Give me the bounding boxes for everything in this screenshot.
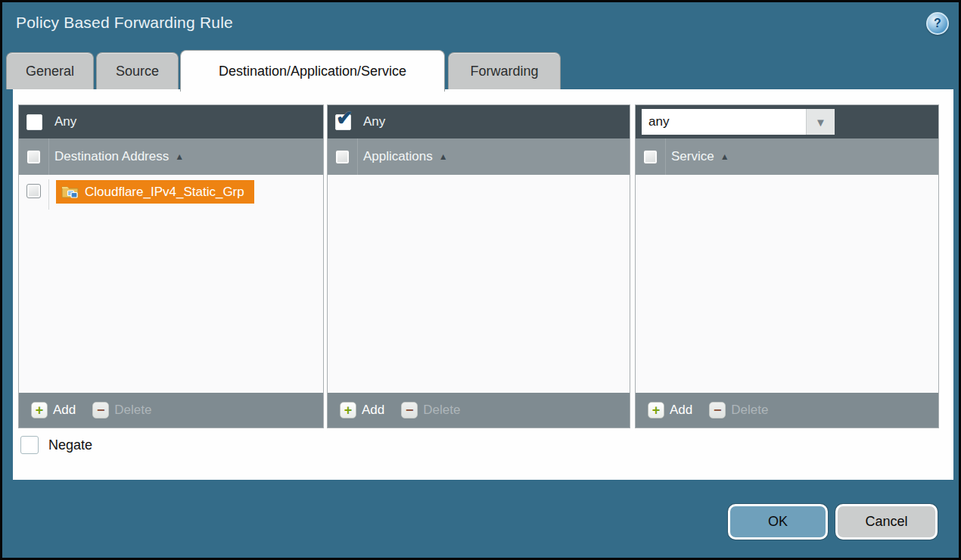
add-button-label: Add	[362, 403, 384, 418]
sort-ascending-icon[interactable]: ▲	[175, 151, 184, 162]
service-footer-bar: + Add − Delete	[636, 393, 938, 428]
delete-button[interactable]: − Delete	[401, 402, 460, 418]
applications-any-checkbox[interactable]: ✔	[335, 114, 351, 130]
delete-button-label: Delete	[423, 403, 460, 418]
ok-button[interactable]: OK	[728, 504, 828, 540]
destination-address-entry[interactable]: Cloudflare_IPv4_Static_Grp	[56, 180, 254, 204]
destination-select-all-cell	[19, 138, 49, 175]
tab-source[interactable]: Source	[96, 52, 179, 89]
service-list	[636, 175, 938, 393]
destination-footer-bar: + Add − Delete	[19, 393, 323, 428]
service-dropdown-bar: any ▼	[636, 105, 938, 138]
add-button[interactable]: + Add	[31, 402, 76, 418]
negate-label: Negate	[48, 437, 92, 453]
add-button[interactable]: + Add	[648, 402, 692, 418]
service-dropdown: any ▼	[642, 109, 835, 135]
row-checkbox[interactable]	[26, 184, 41, 198]
destination-list: Cloudflare_IPv4_Static_Grp	[19, 175, 323, 393]
tab-label: Destination/Application/Service	[219, 64, 406, 79]
applications-footer-bar: + Add − Delete	[328, 393, 630, 428]
tab-label: Source	[116, 64, 159, 79]
applications-list	[328, 175, 630, 393]
tab-destination-application-service[interactable]: Destination/Application/Service	[180, 50, 445, 92]
checkmark-icon: ✔	[336, 106, 353, 130]
service-dropdown-value[interactable]: any	[642, 109, 806, 135]
tab-general[interactable]: General	[6, 52, 94, 89]
destination-select-all-checkbox[interactable]	[26, 150, 41, 164]
applications-column-header[interactable]: Applications	[363, 149, 433, 164]
service-column: any ▼ Service ▲ + Add	[635, 104, 939, 428]
pbf-rule-dialog: Policy Based Forwarding Rule ? General S…	[0, 0, 961, 560]
add-button-label: Add	[670, 403, 692, 418]
plus-icon: +	[648, 402, 664, 418]
applications-any-label: Any	[363, 114, 385, 129]
address-group-name: Cloudflare_IPv4_Static_Grp	[85, 185, 244, 200]
destination-address-column: Any Destination Address ▲	[18, 104, 324, 428]
tab-forwarding[interactable]: Forwarding	[448, 52, 561, 89]
cancel-button[interactable]: Cancel	[835, 504, 938, 540]
cancel-button-label: Cancel	[865, 514, 907, 530]
tab-content-panel: Any Destination Address ▲	[13, 89, 953, 480]
minus-icon: −	[92, 402, 109, 418]
destination-any-checkbox[interactable]	[26, 114, 42, 130]
destination-any-label: Any	[54, 114, 76, 129]
dialog-title: Policy Based Forwarding Rule	[16, 14, 233, 32]
delete-button-label: Delete	[731, 403, 768, 418]
minus-icon: −	[401, 402, 418, 418]
tab-label: General	[26, 64, 74, 79]
destination-column-header[interactable]: Destination Address	[54, 149, 169, 164]
applications-column: ✔ Any Applications ▲ + Add − Delete	[327, 104, 630, 428]
question-mark-glyph: ?	[934, 17, 941, 30]
address-group-icon	[61, 185, 79, 199]
help-icon[interactable]: ?	[926, 12, 949, 35]
table-row: Cloudflare_IPv4_Static_Grp	[19, 179, 323, 210]
delete-button-label: Delete	[114, 403, 151, 418]
service-column-header[interactable]: Service	[671, 149, 714, 164]
sort-ascending-icon[interactable]: ▲	[720, 151, 729, 162]
destination-any-bar: Any	[19, 105, 323, 138]
plus-icon: +	[340, 402, 356, 418]
applications-select-all-cell	[328, 138, 358, 175]
ok-button-label: OK	[768, 514, 788, 530]
negate-checkbox[interactable]	[20, 436, 39, 454]
service-select-all-cell	[636, 138, 666, 175]
destination-header-row: Destination Address ▲	[19, 138, 323, 175]
chevron-down-icon: ▼	[815, 116, 826, 129]
delete-button[interactable]: − Delete	[92, 402, 151, 418]
negate-row: Negate	[20, 436, 92, 454]
service-header-row: Service ▲	[636, 138, 938, 175]
service-select-all-checkbox[interactable]	[643, 150, 658, 164]
add-button[interactable]: + Add	[340, 402, 384, 418]
applications-header-row: Applications ▲	[328, 138, 630, 175]
add-button-label: Add	[53, 403, 76, 418]
service-dropdown-button[interactable]: ▼	[806, 109, 835, 135]
plus-icon: +	[31, 402, 48, 418]
tab-label: Forwarding	[470, 64, 538, 79]
row-checkbox-cell	[19, 179, 49, 210]
applications-any-bar: ✔ Any	[328, 105, 630, 138]
sort-ascending-icon[interactable]: ▲	[439, 151, 448, 162]
minus-icon: −	[709, 402, 726, 418]
delete-button[interactable]: − Delete	[709, 402, 768, 418]
applications-select-all-checkbox[interactable]	[335, 150, 350, 164]
